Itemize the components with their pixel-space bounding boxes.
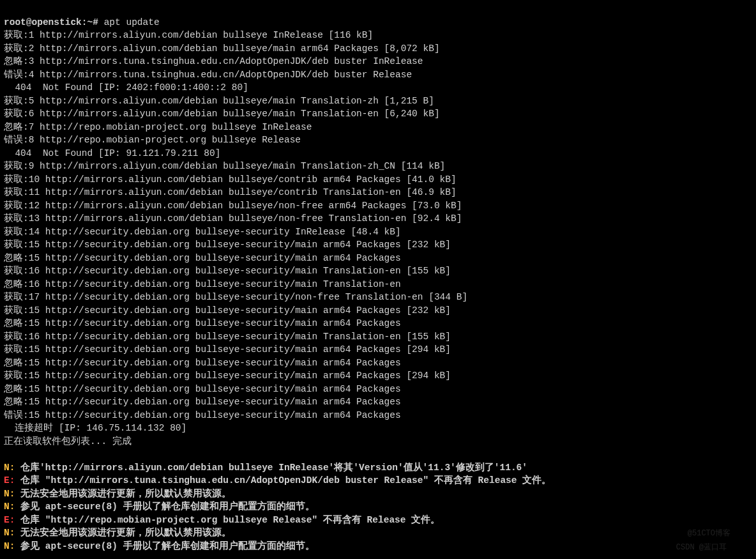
notice-text: 无法安全地用该源进行更新，所以默认禁用该源。 <box>15 528 231 538</box>
notice-tag: E: <box>4 475 15 486</box>
terminal-output[interactable]: root@openstick:~# apt update 获取:1 http:/… <box>0 0 756 555</box>
notice-text: 参见 apt-secure(8) 手册以了解仓库创建和用户配置方面的细节。 <box>15 502 314 512</box>
notice-text: 仓库'http://mirrors.aliyun.com/debian bull… <box>15 463 527 473</box>
notice-text: 仓库 "http://mirrors.tuna.tsinghua.edu.cn/… <box>15 475 551 486</box>
notice-tag: N: <box>4 541 15 551</box>
notice-tag: N: <box>4 463 15 473</box>
notice-text: 仓库 "http://repo.mobian-project.org bulls… <box>15 515 440 525</box>
apt-output-lines: 获取:1 http://mirrors.aliyun.com/debian bu… <box>4 29 752 448</box>
notice-tag: E: <box>4 515 15 525</box>
notice-tag: N: <box>4 489 15 499</box>
notice-tag: N: <box>4 502 15 512</box>
notice-tag: N: <box>4 528 15 538</box>
notice-text: 参见 apt-secure(8) 手册以了解仓库创建和用户配置方面的细节。 <box>15 541 314 551</box>
apt-notices: N: 仓库'http://mirrors.aliyun.com/debian b… <box>4 448 752 553</box>
shell-prompt: root@openstick:~# apt update <box>4 17 160 27</box>
notice-text: 无法安全地用该源进行更新，所以默认禁用该源。 <box>15 489 231 499</box>
